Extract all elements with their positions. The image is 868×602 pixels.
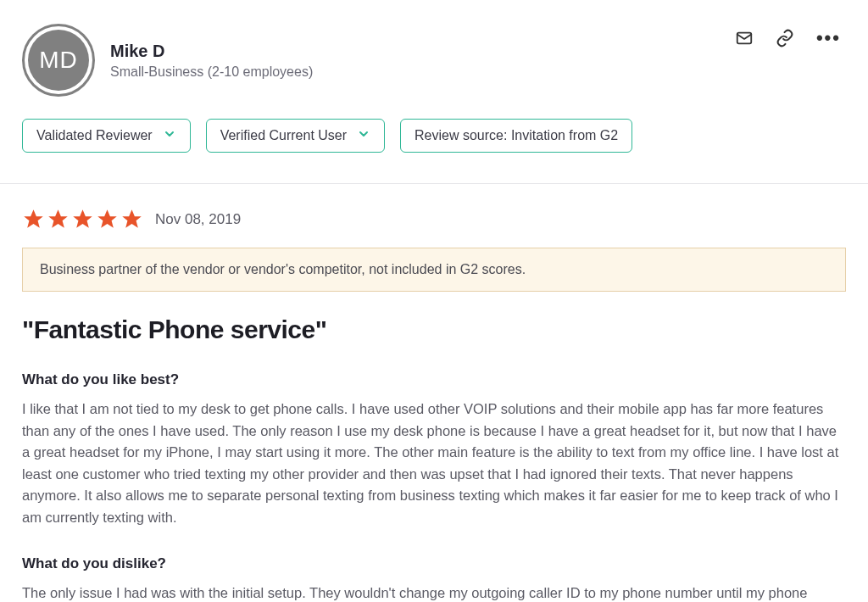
answer-dislike: The only issue I had was with the initia… bbox=[22, 582, 846, 602]
user-block: MD Mike D Small-Business (2-10 employees… bbox=[22, 24, 313, 97]
svg-marker-1 bbox=[24, 209, 43, 227]
user-text: Mike D Small-Business (2-10 employees) bbox=[110, 42, 313, 80]
badge-label: Review source: Invitation from G2 bbox=[415, 128, 618, 143]
chevron-down-icon bbox=[163, 127, 176, 144]
review-date: Nov 08, 2019 bbox=[155, 211, 241, 228]
star-icon bbox=[120, 208, 143, 231]
action-icons: ••• bbox=[735, 24, 846, 47]
user-name: Mike D bbox=[110, 42, 313, 61]
star-icon bbox=[47, 208, 70, 231]
review-header: MD Mike D Small-Business (2-10 employees… bbox=[0, 0, 868, 161]
link-icon[interactable] bbox=[776, 29, 794, 47]
question-dislike: What do you dislike? bbox=[22, 555, 846, 572]
badge-row: Validated Reviewer Verified Current User… bbox=[22, 119, 846, 153]
svg-marker-2 bbox=[48, 209, 68, 227]
svg-marker-4 bbox=[97, 209, 117, 227]
header-row: MD Mike D Small-Business (2-10 employees… bbox=[22, 24, 846, 97]
svg-marker-5 bbox=[122, 209, 142, 227]
more-icon[interactable]: ••• bbox=[816, 34, 841, 42]
badge-validated-reviewer[interactable]: Validated Reviewer bbox=[22, 119, 191, 153]
star-icon bbox=[96, 208, 119, 231]
badge-label: Validated Reviewer bbox=[36, 128, 153, 143]
badge-review-source: Review source: Invitation from G2 bbox=[400, 119, 632, 153]
star-icon bbox=[71, 208, 94, 231]
review-title: "Fantastic Phone service" bbox=[22, 315, 846, 344]
review-body: Nov 08, 2019 Business partner of the ven… bbox=[0, 184, 868, 602]
chevron-down-icon bbox=[357, 127, 370, 144]
badge-verified-user[interactable]: Verified Current User bbox=[206, 119, 385, 153]
badge-label: Verified Current User bbox=[220, 128, 347, 143]
disclosure-notice: Business partner of the vendor or vendor… bbox=[22, 248, 846, 292]
user-meta: Small-Business (2-10 employees) bbox=[110, 64, 313, 80]
avatar: MD bbox=[22, 24, 95, 97]
star-icon bbox=[22, 208, 45, 231]
rating-row: Nov 08, 2019 bbox=[22, 208, 846, 231]
question-like-best: What do you like best? bbox=[22, 371, 846, 388]
star-rating bbox=[22, 208, 143, 231]
answer-like-best: I like that I am not tied to my desk to … bbox=[22, 399, 846, 528]
mail-icon[interactable] bbox=[735, 29, 754, 47]
svg-marker-3 bbox=[73, 209, 92, 227]
avatar-initials: MD bbox=[28, 30, 89, 91]
